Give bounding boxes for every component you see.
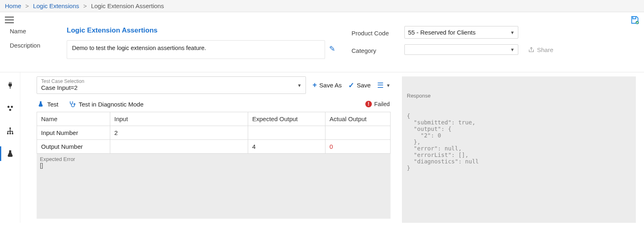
hamburger-icon[interactable] (5, 17, 14, 23)
name-label: Name (10, 26, 63, 35)
breadcrumb-home[interactable]: Home (5, 2, 21, 9)
test-case-label: Test Case Selection (41, 78, 301, 84)
td-actual[interactable]: 0 (325, 140, 391, 154)
th-name: Name (37, 112, 110, 126)
save-page-icon[interactable] (630, 15, 639, 24)
content: Test Case Selection Case Input=2 ▼ + Sav… (0, 72, 644, 223)
left-nav (0, 72, 20, 223)
test-button[interactable]: Test (37, 101, 59, 108)
save-as-button[interactable]: + Save As (312, 81, 342, 89)
stethoscope-icon (68, 100, 76, 108)
more-menu-button[interactable]: ☰ ▼ (377, 81, 391, 90)
svg-rect-5 (7, 133, 8, 134)
test-diagnostic-label: Test in Diagnostic Mode (79, 101, 144, 108)
th-input: Input (110, 112, 248, 126)
save-button[interactable]: ✓ Save (348, 81, 371, 90)
header-form: Name Logic Extension Assertions Descript… (0, 24, 644, 72)
nav-item-test[interactable] (0, 148, 20, 159)
product-code-label: Product Code (351, 28, 400, 37)
description-field[interactable]: Demo to test the logic extension asserti… (67, 40, 325, 59)
svg-point-8 (74, 104, 75, 105)
product-code-select[interactable]: 55 - Reserved for Clients ▼ (404, 26, 518, 39)
chevron-down-icon: ▼ (386, 83, 391, 88)
th-expected: Expected Output (248, 112, 325, 126)
table-row[interactable]: Output Number40 (37, 140, 391, 154)
category-select[interactable]: ▼ (404, 44, 518, 55)
main-panel: Test Case Selection Case Input=2 ▼ + Sav… (20, 72, 644, 223)
product-code-value: 55 - Reserved for Clients (408, 29, 476, 36)
expected-error-panel: Expected Error [] (37, 154, 391, 219)
td-input[interactable] (110, 140, 248, 154)
td-name[interactable]: Input Number (37, 126, 110, 140)
check-icon: ✓ (348, 81, 354, 90)
td-expected[interactable] (248, 126, 325, 140)
share-label: Share (537, 46, 553, 53)
svg-point-2 (11, 106, 13, 108)
breadcrumb: Home > Logic Extensions > Logic Extensio… (0, 0, 644, 12)
td-name[interactable]: Output Number (37, 140, 110, 154)
status-failed: ! Failed (365, 101, 390, 107)
expected-error-label: Expected Error (40, 156, 387, 162)
top-strip (0, 12, 644, 24)
expected-error-value: [] (40, 162, 387, 169)
test-actions-row: Test Test in Diagnostic Mode ! Failed (37, 94, 391, 112)
svg-rect-4 (9, 128, 11, 129)
edit-description-icon[interactable]: ✎ (329, 40, 335, 53)
nav-item-hierarchy[interactable] (0, 125, 20, 137)
breadcrumb-sep-1: > (25, 2, 29, 9)
chevron-down-icon: ▼ (510, 30, 515, 35)
io-table: Name Input Expected Output Actual Output… (37, 112, 391, 154)
chevron-down-icon: ▼ (510, 47, 515, 52)
response-label: Response (407, 93, 631, 99)
chevron-down-icon: ▼ (297, 83, 301, 88)
save-label: Save (357, 82, 371, 89)
table-header-row: Name Input Expected Output Actual Output (37, 112, 391, 126)
status-failed-label: Failed (374, 101, 390, 107)
breadcrumb-sep-2: > (83, 2, 87, 9)
flask-icon (37, 101, 44, 107)
td-expected[interactable]: 4 (248, 140, 325, 154)
svg-rect-6 (9, 133, 11, 134)
td-input[interactable]: 2 (110, 126, 248, 140)
test-label: Test (47, 101, 59, 108)
response-body: { "submitted": true, "output": { "2": 0 … (407, 113, 631, 171)
save-as-label: Save As (319, 82, 342, 89)
menu-icon: ☰ (377, 81, 384, 90)
breadcrumb-logic-extensions[interactable]: Logic Extensions (33, 2, 79, 9)
response-panel: Response { "submitted": true, "output": … (402, 76, 636, 223)
share-icon (528, 46, 535, 53)
th-actual: Actual Output (325, 112, 391, 126)
breadcrumb-current: Logic Extension Assertions (91, 2, 164, 9)
svg-point-3 (9, 109, 11, 111)
share-button[interactable]: Share (528, 46, 553, 53)
test-case-select[interactable]: Test Case Selection Case Input=2 ▼ (37, 76, 306, 94)
test-column: Test Case Selection Case Input=2 ▼ + Sav… (37, 76, 391, 223)
failed-icon: ! (365, 101, 372, 107)
svg-point-1 (7, 106, 9, 108)
td-actual[interactable] (325, 126, 391, 140)
name-value[interactable]: Logic Extension Assertions (67, 26, 157, 35)
test-diagnostic-button[interactable]: Test in Diagnostic Mode (68, 100, 144, 108)
svg-rect-7 (12, 133, 13, 134)
nav-item-plug[interactable] (0, 80, 20, 91)
test-case-value: Case Input=2 (41, 84, 301, 91)
nav-item-objects[interactable] (0, 102, 20, 114)
description-label: Description (10, 40, 63, 49)
category-label: Category (351, 46, 400, 54)
table-row[interactable]: Input Number2 (37, 126, 391, 140)
plus-icon: + (312, 81, 317, 89)
test-toolbar: Test Case Selection Case Input=2 ▼ + Sav… (37, 76, 391, 94)
